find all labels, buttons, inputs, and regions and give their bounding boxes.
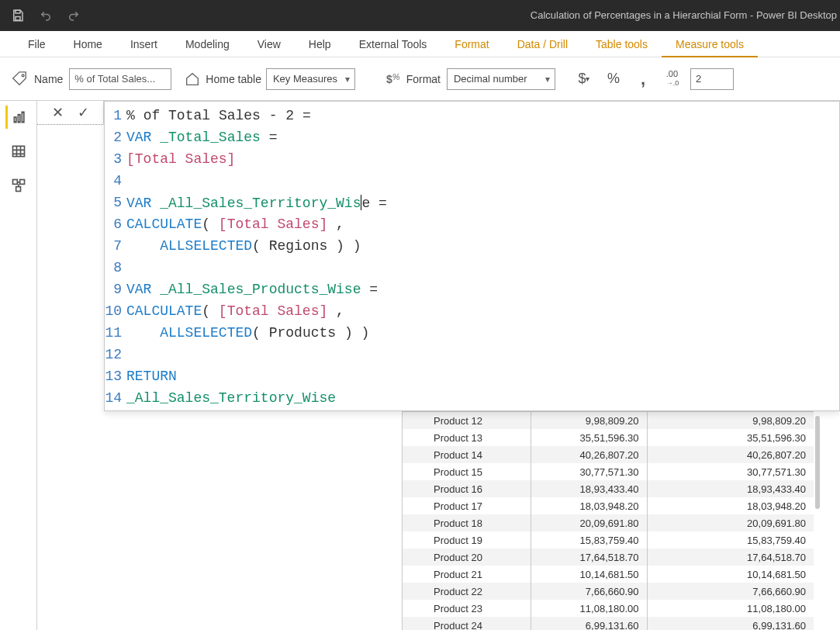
tab-external-tools[interactable]: External Tools xyxy=(345,31,441,57)
value-cell: 17,64,518.70 xyxy=(531,549,647,566)
product-cell: Product 17 xyxy=(403,497,531,514)
value-cell: 11,08,180.00 xyxy=(647,600,814,617)
table-row[interactable]: Product 246,99,131.606,99,131.60 xyxy=(403,617,814,630)
tab-help[interactable]: Help xyxy=(295,31,345,57)
formula-line[interactable]: % of Total Sales - 2 = xyxy=(126,105,839,126)
value-cell: 18,03,948.20 xyxy=(531,497,647,514)
value-cell: 15,83,759.40 xyxy=(647,531,814,549)
title-bar: Calculation of Percentages in a Hierarch… xyxy=(0,0,840,31)
format-fx-icon: $% xyxy=(386,73,400,85)
table-row[interactable]: Product 2017,64,518.7017,64,518.70 xyxy=(403,549,814,566)
formula-line[interactable] xyxy=(126,257,839,279)
value-cell: 9,98,809.20 xyxy=(531,412,647,429)
formula-line[interactable]: CALCULATE( [Total Sales] , xyxy=(126,213,839,235)
svg-rect-6 xyxy=(12,146,24,156)
svg-rect-9 xyxy=(16,187,20,192)
tab-data-drill[interactable]: Data / Drill xyxy=(503,31,582,57)
data-table: Product 129,98,809.209,98,809.20Product … xyxy=(402,411,814,630)
tab-view[interactable]: View xyxy=(244,31,295,57)
table-row[interactable]: Product 1915,83,759.4015,83,759.40 xyxy=(403,531,814,549)
table-row[interactable]: Product 1335,51,596.3035,51,596.30 xyxy=(403,429,814,446)
product-cell: Product 13 xyxy=(403,429,531,446)
svg-rect-8 xyxy=(19,180,24,185)
report-view-button[interactable] xyxy=(5,106,32,129)
formula-line[interactable]: VAR _All_Sales_Products_Wise = xyxy=(126,279,839,300)
percent-button[interactable]: % xyxy=(600,67,627,92)
product-cell: Product 14 xyxy=(403,446,531,463)
formula-commit-button[interactable]: ✓ xyxy=(78,104,89,121)
decimals-icon[interactable]: .00→.0 xyxy=(659,67,686,92)
svg-rect-7 xyxy=(12,180,17,185)
table-row[interactable]: Product 2110,14,681.5010,14,681.50 xyxy=(403,566,814,583)
table-row[interactable]: Product 1820,09,691.8020,09,691.80 xyxy=(403,514,814,531)
value-cell: 10,14,681.50 xyxy=(647,566,814,583)
home-table-select[interactable]: Key Measures xyxy=(266,68,355,90)
decimals-input[interactable] xyxy=(690,68,734,90)
product-cell: Product 20 xyxy=(403,549,531,566)
tag-icon xyxy=(11,71,28,88)
formula-line[interactable]: ALLSELECTED( Products ) ) xyxy=(126,322,839,344)
data-view-button[interactable] xyxy=(5,140,32,163)
redo-icon[interactable] xyxy=(67,9,81,22)
value-cell: 7,66,660.90 xyxy=(647,583,814,600)
formula-line[interactable]: VAR _All_Sales_Territory_Wise = xyxy=(126,192,839,213)
value-cell: 11,08,180.00 xyxy=(531,600,647,617)
tab-format[interactable]: Format xyxy=(441,31,503,57)
name-label: Name xyxy=(34,73,63,85)
formula-line[interactable]: RETURN xyxy=(126,365,839,387)
svg-rect-1 xyxy=(16,17,20,21)
value-cell: 10,14,681.50 xyxy=(531,566,647,583)
svg-rect-5 xyxy=(22,112,24,122)
table-row[interactable]: Product 2311,08,180.0011,08,180.00 xyxy=(403,600,814,617)
ribbon-content: Name Home table Key Measures $% Format D… xyxy=(0,57,840,101)
format-select[interactable]: Decimal number xyxy=(447,68,555,90)
formula-line[interactable] xyxy=(126,170,839,192)
svg-point-2 xyxy=(22,74,24,77)
product-cell: Product 21 xyxy=(403,566,531,583)
model-view-button[interactable] xyxy=(5,174,32,197)
table-row[interactable]: Product 1618,93,433.4018,93,433.40 xyxy=(403,480,814,497)
save-icon[interactable] xyxy=(11,9,25,22)
currency-button[interactable]: $ ▾ xyxy=(571,67,597,92)
value-cell: 18,93,433.40 xyxy=(647,480,814,497)
formula-cancel-button[interactable]: ✕ xyxy=(52,104,64,121)
tab-measure-tools[interactable]: Measure tools xyxy=(662,31,758,57)
name-input[interactable] xyxy=(69,68,171,90)
svg-rect-3 xyxy=(14,117,16,123)
table-row[interactable]: Product 1530,77,571.3030,77,571.30 xyxy=(403,463,814,480)
formula-line[interactable]: VAR _Total_Sales = xyxy=(126,126,839,148)
table-row[interactable]: Product 129,98,809.209,98,809.20 xyxy=(403,412,814,429)
format-label: Format xyxy=(406,73,441,85)
product-cell: Product 19 xyxy=(403,531,531,549)
product-cell: Product 22 xyxy=(403,583,531,600)
tab-file[interactable]: File xyxy=(14,31,60,57)
value-cell: 20,09,691.80 xyxy=(647,514,814,531)
value-cell: 6,99,131.60 xyxy=(647,617,814,630)
formula-line[interactable] xyxy=(126,344,839,365)
home-table-icon xyxy=(184,71,201,88)
views-rail xyxy=(0,101,37,630)
formula-line[interactable]: [Total Sales] xyxy=(126,148,839,170)
value-cell: 30,77,571.30 xyxy=(531,463,647,480)
formula-line[interactable]: _All_Sales_Territory_Wise xyxy=(126,387,839,409)
table-row[interactable]: Product 227,66,660.907,66,660.90 xyxy=(403,583,814,600)
value-cell: 18,03,948.20 xyxy=(647,497,814,514)
value-cell: 17,64,518.70 xyxy=(647,549,814,566)
formula-line[interactable]: ALLSELECTED( Regions ) ) xyxy=(126,235,839,257)
tab-home[interactable]: Home xyxy=(60,31,116,57)
tab-insert[interactable]: Insert xyxy=(116,31,171,57)
scrollbar-thumb[interactable] xyxy=(815,416,820,509)
window-title: Calculation of Percentages in a Hierarch… xyxy=(531,0,837,31)
table-row[interactable]: Product 1440,26,807.2040,26,807.20 xyxy=(403,446,814,463)
value-cell: 30,77,571.30 xyxy=(647,463,814,480)
tab-table-tools[interactable]: Table tools xyxy=(582,31,662,57)
tab-modeling[interactable]: Modeling xyxy=(171,31,244,57)
table-row[interactable]: Product 1718,03,948.2018,03,948.20 xyxy=(403,497,814,514)
undo-icon[interactable] xyxy=(39,9,53,22)
formula-line[interactable]: CALCULATE( [Total Sales] , xyxy=(126,300,839,322)
svg-rect-4 xyxy=(18,115,20,123)
thousands-button[interactable]: , xyxy=(630,67,656,92)
formula-editor[interactable]: 1234567891011121314 % of Total Sales - 2… xyxy=(104,101,840,411)
value-cell: 18,93,433.40 xyxy=(531,480,647,497)
value-cell: 6,99,131.60 xyxy=(531,617,647,630)
